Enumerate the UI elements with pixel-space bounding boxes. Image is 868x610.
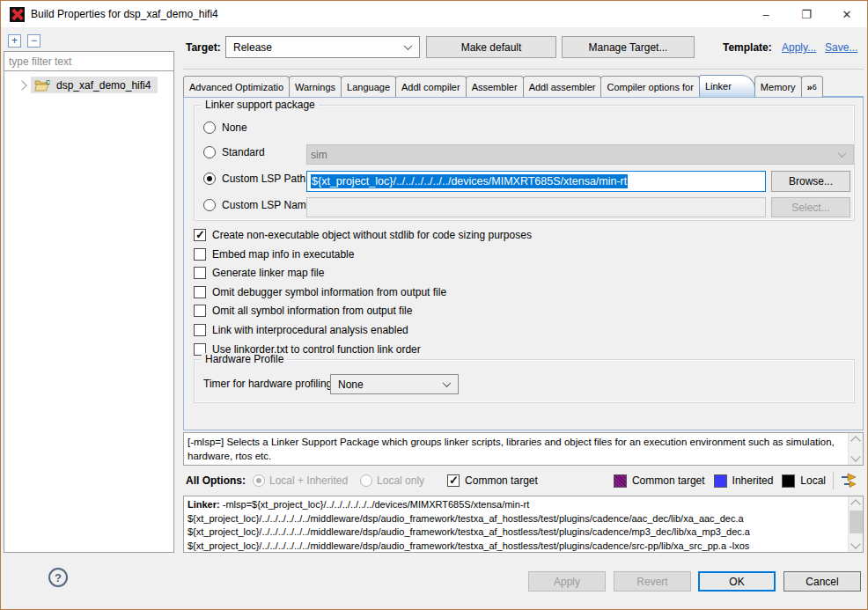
svg-text:C: C: [46, 79, 50, 85]
checkbox-row[interactable]: Link with interprocedural analysis enabl…: [194, 323, 532, 337]
lsp-standard-option[interactable]: Standard: [203, 146, 265, 158]
checkbox-common-target[interactable]: [447, 474, 460, 487]
project-tree-panel: C dsp_xaf_demo_hifi4: [4, 51, 174, 553]
checkbox-row[interactable]: Create non-executable object without std…: [194, 228, 532, 242]
standard-lsp-value: sim: [311, 149, 327, 161]
checkbox-omit-debugger-symbols[interactable]: [194, 286, 206, 298]
scrollbar-thumb[interactable]: [850, 511, 863, 533]
help-button[interactable]: ?: [48, 568, 68, 587]
legend-divider: [833, 472, 834, 489]
tab-overflow-chevron[interactable]: »6: [801, 76, 823, 97]
options-line: Linker: -mlsp=${xt_project_loc}/../../..…: [188, 498, 843, 512]
close-button[interactable]: ✕: [827, 1, 867, 27]
manage-target-button[interactable]: Manage Target...: [562, 36, 695, 58]
tab-compiler-options-for[interactable]: Compiler options for: [600, 76, 699, 97]
collapse-all-icon[interactable]: −: [27, 34, 40, 48]
radio-standard[interactable]: [203, 146, 216, 158]
scroll-down-icon[interactable]: [850, 539, 860, 548]
linker-checkbox-list: Create non-executable object without std…: [194, 228, 532, 361]
build-properties-dialog: Build Properties for dsp_xaf_demo_hifi4 …: [0, 0, 868, 610]
template-apply-link[interactable]: Apply...: [782, 41, 816, 54]
option-description-text: [-mlsp=] Selects a Linker Support Packag…: [184, 433, 863, 465]
tab-linker[interactable]: Linker: [699, 75, 755, 97]
tab-addl-compiler[interactable]: Addl compiler: [395, 76, 467, 97]
options-first-line: -mlsp=${xt_project_loc}/../../../../../.…: [220, 499, 530, 510]
checkbox-common-target-label: Common target: [465, 474, 538, 487]
radio-local-inherited-label: Local + Inherited: [269, 474, 348, 487]
tree-item-project[interactable]: C dsp_xaf_demo_hifi4: [31, 77, 158, 93]
checkbox-embed-map-info[interactable]: [194, 248, 206, 261]
options-scrollbar[interactable]: [848, 496, 863, 552]
show-options-transfer-icon[interactable]: [841, 473, 860, 489]
make-default-button[interactable]: Make default: [426, 36, 556, 58]
checkbox-label: Embed map info in executable: [212, 248, 354, 261]
lsp-custom-name-option[interactable]: Custom LSP Name: [203, 199, 313, 211]
xtensa-app-icon: [10, 7, 25, 22]
radio-none[interactable]: [203, 121, 216, 134]
apply-button: Apply: [528, 571, 606, 592]
options-line: ${xt_project_loc}/../../../../../../midd…: [188, 512, 843, 526]
minimize-button[interactable]: –: [746, 1, 786, 27]
tab-assembler[interactable]: Assembler: [466, 76, 524, 97]
all-options-text: Linker: -mlsp=${xt_project_loc}/../../..…: [184, 496, 863, 555]
scroll-down-icon[interactable]: [850, 452, 860, 461]
template-label: Template:: [723, 41, 772, 54]
checkbox-omit-all-symbols[interactable]: [194, 305, 206, 317]
legend-common-target-label: Common target: [632, 474, 705, 487]
checkbox-row[interactable]: Omit debugger symbol information from ou…: [194, 285, 532, 299]
linker-support-package-group: Linker support package None Standard sim…: [194, 105, 855, 221]
checkbox-row[interactable]: Embed map info in executable: [194, 247, 532, 261]
checkbox-interprocedural-analysis[interactable]: [194, 324, 206, 336]
linker-tab-panel: Linker support package None Standard sim…: [183, 96, 864, 430]
scroll-up-icon[interactable]: [850, 436, 860, 445]
header-divider: [183, 69, 864, 70]
cancel-button[interactable]: Cancel: [783, 571, 861, 592]
c-project-folder-icon: C: [34, 79, 50, 92]
template-save-link[interactable]: Save...: [825, 41, 857, 54]
settings-tab-bar: Advanced Optimizatio Warnings Language A…: [183, 75, 864, 97]
radio-custom-lsp-name[interactable]: [203, 199, 216, 211]
tab-warnings[interactable]: Warnings: [289, 76, 342, 97]
checkbox-row[interactable]: Generate linker map file: [194, 266, 532, 280]
custom-lsp-path-value: ${xt_project_loc}/../../../../../../devi…: [311, 174, 628, 188]
radio-local-only: [360, 474, 372, 487]
timer-value: None: [338, 378, 364, 391]
lsp-none-option[interactable]: None: [203, 121, 247, 134]
radio-standard-label: Standard: [222, 146, 265, 158]
checkbox-generate-map-file[interactable]: [194, 267, 206, 279]
scroll-up-icon[interactable]: [850, 499, 860, 509]
checkbox-row[interactable]: Omit all symbol information from output …: [194, 304, 532, 318]
browse-button[interactable]: Browse...: [771, 171, 850, 192]
timer-row: Timer for hardware profiling: [203, 378, 332, 390]
standard-lsp-select: sim: [306, 144, 854, 165]
timer-select[interactable]: None: [330, 374, 459, 394]
radio-custom-lsp-path[interactable]: [203, 173, 216, 185]
lsp-custom-path-option[interactable]: Custom LSP Path: [203, 173, 305, 185]
tab-memory[interactable]: Memory: [754, 76, 802, 97]
checkbox-non-executable[interactable]: [194, 229, 206, 241]
legend-common-target-swatch: [614, 474, 627, 488]
overflow-count: 6: [813, 83, 817, 92]
target-value: Release: [233, 41, 272, 54]
chevron-right-icon[interactable]: [17, 80, 26, 90]
target-select[interactable]: Release: [225, 36, 420, 58]
tab-addl-assembler[interactable]: Addl assembler: [523, 76, 602, 97]
info-scrollbar[interactable]: [848, 433, 863, 465]
ok-button[interactable]: OK: [698, 571, 776, 592]
tab-language[interactable]: Language: [341, 76, 396, 97]
maximize-button[interactable]: ❐: [786, 1, 827, 27]
all-options-text-box[interactable]: Linker: -mlsp=${xt_project_loc}/../../..…: [183, 496, 864, 553]
radio-none-label: None: [222, 121, 247, 134]
group-title: Hardware Profile: [202, 353, 287, 365]
hardware-profile-group: Hardware Profile Timer for hardware prof…: [194, 359, 855, 403]
tab-advanced-optimization[interactable]: Advanced Optimizatio: [183, 76, 290, 97]
group-title: Linker support package: [202, 99, 319, 111]
checkbox-label: Generate linker map file: [212, 267, 324, 279]
options-line: ${xt_project_loc}/../../../../../../midd…: [188, 540, 843, 554]
expand-all-icon[interactable]: +: [8, 34, 21, 48]
options-line: ${xt_project_loc}/../../../../../../midd…: [188, 525, 843, 540]
tree-row[interactable]: C dsp_xaf_demo_hifi4: [4, 77, 173, 93]
custom-lsp-path-input[interactable]: ${xt_project_loc}/../../../../../../devi…: [306, 171, 766, 192]
select-button: Select...: [771, 197, 850, 217]
filter-input[interactable]: [4, 52, 173, 71]
